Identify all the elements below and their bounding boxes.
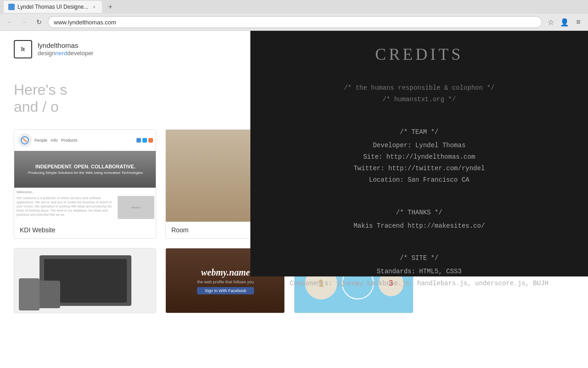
address-bar[interactable]: www.lyndelthomas.com [48,16,542,28]
kdi-social [136,138,153,143]
devices-thumbnail [14,248,156,313]
devices-phone [19,278,40,310]
browser-toolbar: ← → ↻ www.lyndelthomas.com ☆ 👤 ≡ [0,14,588,30]
webmy-content: webmy.name the web profile that follows … [197,267,254,294]
credits-thanks-header: /* THANKS */ [269,196,570,218]
kdi-label: KDI Website [14,222,156,238]
kdi-content-row: KDI Solutions is a publisher of online s… [17,196,154,219]
reload-button[interactable]: ↻ [33,16,45,28]
menu-icon[interactable]: ≡ [572,16,584,28]
credits-site-header: /* SITE */ [269,241,570,264]
portfolio-item-devices[interactable] [14,248,156,313]
browser-titlebar: Lyndel Thomas UI Designe... × + [0,0,588,14]
new-tab-button[interactable]: + [105,1,116,12]
kdi-devices-img: devices [118,196,154,219]
credits-site: Site: http://lyndelthomas.com [269,151,570,163]
kdi-social-icon-2 [142,138,147,143]
credits-content: /* the humans responsible & colophon */ … [269,82,570,289]
tab-favicon [8,4,15,10]
credits-standards: Standards: HTML5, CSS3 [269,266,570,277]
logo-mark: lt [14,40,32,58]
kdi-devices-placeholder: devices [118,196,154,219]
kdi-desc-text: KDI Solutions is a publisher of online s… [17,196,115,219]
webmy-fb-button[interactable]: Sign In With Facebook [197,287,254,294]
credits-line1: /* the humans responsible & colophon */ [269,82,570,94]
logo-role: designnerddeveloper [38,50,93,58]
credits-twitter: Twitter: http://twitter.com/ryndel [269,163,570,174]
star-icon[interactable]: ☆ [545,16,557,28]
credits-location: Location: San Francisco CA [269,174,570,186]
kdi-inner: People Info Products INDEPENDENT. OPEN. … [14,130,156,222]
toolbar-icons: ☆ 👤 ≡ [545,16,584,28]
browser-tab[interactable]: Lyndel Thomas UI Designe... × [4,1,102,13]
credits-developer: Developer: Lyndel Thomas [269,140,570,151]
kdi-welcome: Welcome... [17,190,154,194]
kdi-logo-area: People Info Products [14,130,156,151]
browser-chrome: Lyndel Thomas UI Designe... × + ← → ↻ ww… [0,0,588,31]
svg-line-1 [23,138,27,142]
kdi-social-icon-3 [148,138,153,143]
credits-line2: /* humanstxt.org */ [269,94,570,105]
logo[interactable]: lt lyndelthomas designnerddeveloper [14,40,93,58]
logo-name: lyndelthomas [38,41,93,50]
kdi-logo-circle [18,133,32,147]
tab-title: Lyndel Thomas UI Designe... [17,4,88,10]
kdi-hero: INDEPENDENT. OPEN. COLLABORATIVE.Produci… [14,151,156,188]
url-text: www.lyndelthomas.com [54,19,116,26]
back-button[interactable]: ← [4,16,16,28]
kdi-thumbnail: People Info Products INDEPENDENT. OPEN. … [14,130,156,222]
webmy-sub: the web profile that follows you [197,280,254,284]
logo-text: lyndelthomas designnerddeveloper [38,41,93,58]
kdi-logo-svg [20,136,29,145]
credits-overlay: CREDITS /* the humans responsible & colo… [250,31,588,276]
webmy-name: webmy.name [197,267,254,278]
kdi-nav: People Info Products [34,138,78,143]
account-icon[interactable]: 👤 [559,16,571,28]
page-content: lt lyndelthomas designnerddeveloper Here… [0,31,588,368]
forward-button[interactable]: → [18,16,30,28]
kdi-social-icon-1 [136,138,141,143]
credits-thanks-detail: Makis Tracend http://makesites.co/ [269,220,570,232]
portfolio-item-kdi[interactable]: People Info Products INDEPENDENT. OPEN. … [14,129,156,239]
kdi-hero-text: INDEPENDENT. OPEN. COLLABORATIVE.Produci… [28,164,143,175]
kdi-content-area: Welcome... KDI Solutions is a publisher … [14,188,156,222]
tab-close-button[interactable]: × [91,4,97,10]
credits-team-header: /* TEAM */ [269,115,570,138]
credits-components: Components: jQuery, backbone.js, handleb… [269,278,570,289]
credits-title: CREDITS [375,45,463,64]
